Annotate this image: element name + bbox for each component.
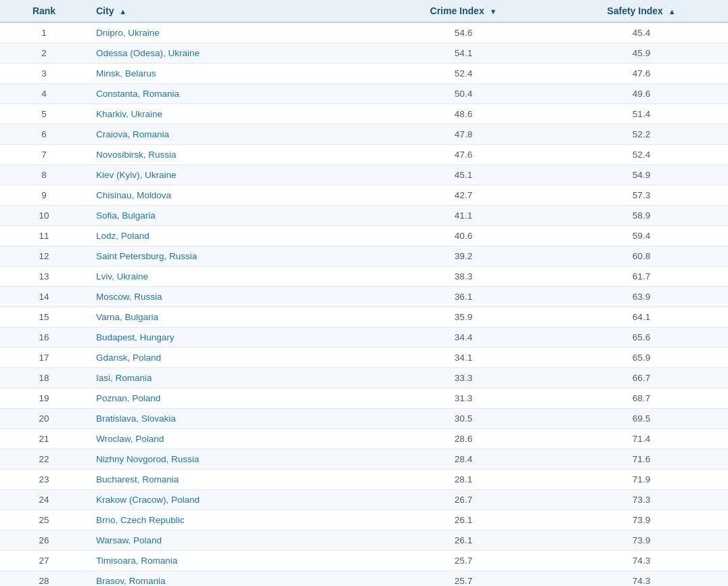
table-row: 9Chisinau, Moldova42.757.3 [0, 185, 728, 206]
table-row: 27Timisoara, Romania25.774.3 [0, 551, 728, 571]
rank-cell: 15 [0, 307, 88, 328]
city-cell[interactable]: Lviv, Ukraine [88, 267, 372, 287]
city-cell[interactable]: Brasov, Romania [88, 571, 372, 587]
city-cell[interactable]: Novosibirsk, Russia [88, 145, 372, 165]
city-cell[interactable]: Odessa (Odesa), Ukraine [88, 43, 372, 64]
city-cell[interactable]: Craiova, Romania [88, 125, 372, 145]
safety-cell: 52.2 [555, 125, 728, 145]
city-cell[interactable]: Krakow (Cracow), Poland [88, 490, 372, 510]
safety-cell: 63.9 [555, 287, 728, 307]
city-cell[interactable]: Minsk, Belarus [88, 64, 372, 84]
crime-cell: 40.6 [372, 226, 555, 246]
city-cell[interactable]: Wroclaw, Poland [88, 429, 372, 449]
crime-cell: 26.1 [372, 531, 555, 551]
city-cell[interactable]: Saint Petersburg, Russia [88, 246, 372, 267]
safety-cell: 45.4 [555, 22, 728, 43]
city-cell[interactable]: Dnipro, Ukraine [88, 22, 372, 43]
crime-cell: 52.4 [372, 64, 555, 84]
crime-cell: 42.7 [372, 185, 555, 206]
city-cell[interactable]: Varna, Bulgaria [88, 307, 372, 328]
rank-cell: 12 [0, 246, 88, 267]
rank-cell: 9 [0, 185, 88, 206]
rank-cell: 1 [0, 22, 88, 43]
rank-header-label: Rank [32, 5, 55, 16]
rank-cell: 7 [0, 145, 88, 165]
city-cell[interactable]: Iasi, Romania [88, 368, 372, 388]
table-row: 10Sofia, Bulgaria41.158.9 [0, 206, 728, 226]
table-row: 23Bucharest, Romania28.171.9 [0, 470, 728, 490]
crime-cell: 39.2 [372, 246, 555, 267]
crime-cell: 54.6 [372, 22, 555, 43]
rank-cell: 28 [0, 571, 88, 587]
safety-cell: 74.3 [555, 551, 728, 571]
crime-cell: 47.8 [372, 125, 555, 145]
safety-cell: 73.9 [555, 510, 728, 531]
safety-cell: 59.4 [555, 226, 728, 246]
crime-cell: 38.3 [372, 267, 555, 287]
crime-column-header[interactable]: Crime Index ▼ [372, 0, 555, 22]
table-row: 16Budapest, Hungary34.465.6 [0, 328, 728, 348]
safety-sort-icon: ▲ [668, 7, 676, 16]
city-cell[interactable]: Chisinau, Moldova [88, 185, 372, 206]
safety-cell: 58.9 [555, 206, 728, 226]
safety-cell: 73.9 [555, 531, 728, 551]
safety-cell: 73.3 [555, 490, 728, 510]
city-cell[interactable]: Kiev (Kyiv), Ukraine [88, 165, 372, 185]
crime-sort-icon: ▼ [490, 7, 497, 16]
crime-cell: 34.1 [372, 348, 555, 368]
city-cell[interactable]: Brno, Czech Republic [88, 510, 372, 531]
safety-cell: 71.4 [555, 429, 728, 449]
city-cell[interactable]: Sofia, Bulgaria [88, 206, 372, 226]
safety-cell: 68.7 [555, 388, 728, 409]
table-row: 6Craiova, Romania47.852.2 [0, 125, 728, 145]
rank-cell: 21 [0, 429, 88, 449]
safety-cell: 61.7 [555, 267, 728, 287]
crime-cell: 54.1 [372, 43, 555, 64]
table-row: 12Saint Petersburg, Russia39.260.8 [0, 246, 728, 267]
safety-cell: 54.9 [555, 165, 728, 185]
crime-cell: 33.3 [372, 368, 555, 388]
city-cell[interactable]: Gdansk, Poland [88, 348, 372, 368]
table-row: 11Lodz, Poland40.659.4 [0, 226, 728, 246]
crime-cell: 45.1 [372, 165, 555, 185]
rank-cell: 2 [0, 43, 88, 64]
crime-cell: 28.1 [372, 470, 555, 490]
table-row: 5Kharkiv, Ukraine48.651.4 [0, 104, 728, 125]
crime-cell: 26.7 [372, 490, 555, 510]
crime-cell: 50.4 [372, 84, 555, 104]
rank-cell: 22 [0, 449, 88, 470]
rank-cell: 26 [0, 531, 88, 551]
safety-cell: 47.6 [555, 64, 728, 84]
crime-cell: 41.1 [372, 206, 555, 226]
safety-cell: 74.3 [555, 571, 728, 587]
city-sort-icon: ▲ [119, 7, 127, 16]
city-cell[interactable]: Moscow, Russia [88, 287, 372, 307]
safety-cell: 57.3 [555, 185, 728, 206]
crime-cell: 25.7 [372, 571, 555, 587]
table-row: 8Kiev (Kyiv), Ukraine45.154.9 [0, 165, 728, 185]
table-row: 13Lviv, Ukraine38.361.7 [0, 267, 728, 287]
city-cell[interactable]: Constanta, Romania [88, 84, 372, 104]
city-cell[interactable]: Warsaw, Poland [88, 531, 372, 551]
safety-column-header[interactable]: Safety Index ▲ [555, 0, 728, 22]
city-cell[interactable]: Poznan, Poland [88, 388, 372, 409]
table-row: 28Brasov, Romania25.774.3 [0, 571, 728, 587]
table-row: 25Brno, Czech Republic26.173.9 [0, 510, 728, 531]
city-cell[interactable]: Lodz, Poland [88, 226, 372, 246]
city-cell[interactable]: Timisoara, Romania [88, 551, 372, 571]
city-cell[interactable]: Bratislava, Slovakia [88, 409, 372, 429]
city-cell[interactable]: Nizhny Novgorod, Russia [88, 449, 372, 470]
table-row: 21Wroclaw, Poland28.671.4 [0, 429, 728, 449]
safety-cell: 69.5 [555, 409, 728, 429]
safety-cell: 52.4 [555, 145, 728, 165]
city-cell[interactable]: Budapest, Hungary [88, 328, 372, 348]
crime-cell: 28.4 [372, 449, 555, 470]
city-cell[interactable]: Kharkiv, Ukraine [88, 104, 372, 125]
crime-cell: 25.7 [372, 551, 555, 571]
table-row: 24Krakow (Cracow), Poland26.773.3 [0, 490, 728, 510]
crime-cell: 34.4 [372, 328, 555, 348]
city-cell[interactable]: Bucharest, Romania [88, 470, 372, 490]
city-column-header[interactable]: City ▲ [88, 0, 372, 22]
rank-cell: 3 [0, 64, 88, 84]
rank-column-header[interactable]: Rank [0, 0, 88, 22]
